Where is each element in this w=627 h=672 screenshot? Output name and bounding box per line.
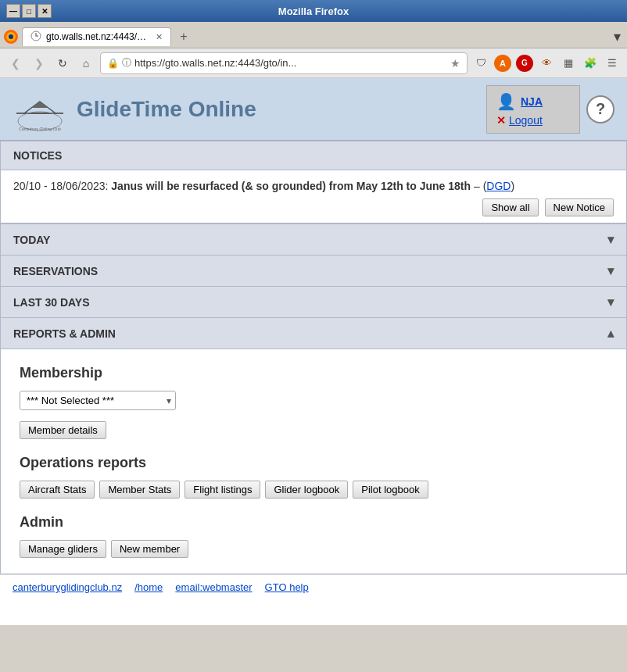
today-section-header[interactable]: TODAY ▾: [0, 223, 627, 256]
reservations-chevron-icon: ▾: [607, 263, 614, 278]
footer-link-email[interactable]: email:webmaster: [175, 581, 252, 593]
url-display[interactable]: https://gto.walls.net.nz:4443/gto/in...: [134, 57, 447, 69]
operations-area: Operations reports Aircraft Stats Member…: [20, 455, 607, 499]
last30-label: LAST 30 DAYS: [13, 296, 90, 309]
header-right: 👤 NJA ✕ Logout ?: [486, 85, 614, 134]
manage-gliders-button[interactable]: Manage gliders: [20, 540, 106, 558]
show-all-button[interactable]: Show all: [482, 198, 538, 216]
last30-chevron-icon: ▾: [607, 295, 614, 309]
logout-row: ✕ Logout: [496, 114, 543, 127]
shield-icon: 🛡: [472, 55, 489, 72]
tab-right-area: ▾: [611, 28, 624, 45]
back-button[interactable]: ❮: [6, 54, 25, 73]
forward-button[interactable]: ❯: [30, 54, 48, 73]
notice-body: Janus will be resurfaced (& so grounded)…: [111, 180, 514, 192]
user-card: 👤 NJA ✕ Logout: [486, 85, 580, 134]
container-icon[interactable]: ▦: [560, 55, 577, 72]
svg-point-2: [9, 34, 13, 39]
notices-label: NOTICES: [13, 149, 62, 162]
notices-content: 20/10 - 18/06/2023: Janus will be resurf…: [0, 170, 627, 223]
admin-buttons: Manage gliders New member: [20, 540, 607, 558]
bookmark-icon[interactable]: ★: [450, 57, 460, 70]
window-title: Mozilla Firefox: [53, 5, 574, 17]
window-minimize-button[interactable]: —: [6, 4, 20, 18]
main-area: NOTICES 20/10 - 18/06/2023: Janus will b…: [0, 141, 627, 599]
site-title: GlideTime Online: [77, 97, 256, 122]
reports-admin-section-header[interactable]: REPORTS & ADMIN ▴: [0, 318, 627, 349]
browser-tab[interactable]: gto.walls.net.nz:4443/gt... ✕: [22, 27, 171, 46]
notice-link[interactable]: DGD: [486, 180, 511, 192]
notices-section-header[interactable]: NOTICES: [0, 141, 627, 170]
reports-admin-label: REPORTS & ADMIN: [13, 327, 116, 340]
notice-date: 20/10 - 18/06/2023:: [13, 180, 108, 192]
extensions-icon[interactable]: 🧩: [582, 55, 599, 72]
club-logo: Canterbury Gliding Club: [13, 86, 67, 133]
member-stats-button[interactable]: Member Stats: [99, 481, 180, 499]
window-maximize-button[interactable]: □: [22, 4, 36, 18]
addon-icon: G: [516, 55, 533, 72]
today-chevron-icon: ▾: [607, 232, 614, 247]
home-button[interactable]: ⌂: [77, 54, 95, 73]
admin-area: Admin Manage gliders New member: [20, 514, 607, 558]
tab-label: gto.walls.net.nz:4443/gt...: [46, 31, 148, 42]
flight-listings-button[interactable]: Flight listings: [185, 481, 260, 499]
notices-actions: Show all New Notice: [13, 198, 614, 216]
username-link[interactable]: NJA: [521, 95, 543, 108]
logo-area: Canterbury Gliding Club GlideTime Online: [13, 86, 256, 133]
firefox-icon: [3, 29, 19, 45]
tab-close-icon[interactable]: ✕: [156, 32, 163, 42]
site-footer: canterburyglidingclub.nz /home email:web…: [0, 574, 627, 599]
security-icon: 🔒: [107, 58, 119, 69]
svg-text:Canterbury Gliding Club: Canterbury Gliding Club: [19, 127, 61, 131]
menu-button[interactable]: ☰: [604, 55, 621, 72]
footer-link-home[interactable]: /home: [134, 581, 163, 593]
site-info-icon: ⓘ: [122, 56, 131, 70]
new-notice-button[interactable]: New Notice: [545, 198, 614, 216]
nav-bar: ❮ ❯ ↻ ⌂ 🔒 ⓘ https://gto.walls.net.nz:444…: [0, 48, 627, 78]
tabs-menu-button[interactable]: ▾: [611, 28, 624, 45]
admin-title: Admin: [20, 514, 607, 531]
footer-link-gtohelp[interactable]: GTO help: [265, 581, 309, 593]
page-content: Canterbury Gliding Club GlideTime Online…: [0, 78, 627, 625]
avatar-icon[interactable]: A: [494, 55, 511, 72]
member-details-button[interactable]: Member details: [20, 421, 106, 439]
reload-button[interactable]: ↻: [53, 54, 72, 73]
site-header: Canterbury Gliding Club GlideTime Online…: [0, 78, 627, 141]
logout-x-icon: ✕: [496, 114, 506, 127]
last30-section-header[interactable]: LAST 30 DAYS ▾: [0, 287, 627, 318]
aircraft-stats-button[interactable]: Aircraft Stats: [20, 481, 95, 499]
reservations-section-header[interactable]: RESERVATIONS ▾: [0, 256, 627, 287]
operations-buttons: Aircraft Stats Member Stats Flight listi…: [20, 481, 607, 499]
reports-admin-content: Membership *** Not Selected *** ▾ Member…: [0, 349, 627, 574]
reports-admin-chevron-icon: ▴: [607, 326, 614, 341]
nav-icons: 🛡 A G 👁 ▦ 🧩 ☰: [472, 55, 621, 72]
operations-title: Operations reports: [20, 455, 607, 471]
user-row: 👤 NJA: [496, 92, 543, 111]
tab-bar: gto.walls.net.nz:4443/gt... ✕ + ▾: [0, 22, 627, 48]
glider-logbook-button[interactable]: Glider logbook: [265, 481, 348, 499]
notice-text: 20/10 - 18/06/2023: Janus will be resurf…: [13, 180, 614, 192]
tab-icon: [30, 30, 41, 44]
today-label: TODAY: [13, 234, 50, 246]
footer-link-club[interactable]: canterburyglidingclub.nz: [13, 581, 122, 593]
logout-link[interactable]: Logout: [509, 114, 543, 127]
window-close-button[interactable]: ✕: [38, 4, 52, 18]
member-select[interactable]: *** Not Selected ***: [20, 391, 176, 410]
membership-area: Membership *** Not Selected *** ▾ Member…: [20, 365, 607, 439]
address-bar[interactable]: 🔒 ⓘ https://gto.walls.net.nz:4443/gto/in…: [100, 52, 468, 74]
new-member-button[interactable]: New member: [111, 540, 188, 558]
membership-title: Membership: [20, 365, 607, 381]
help-button[interactable]: ?: [586, 95, 614, 123]
privacy-icon: 👁: [538, 55, 555, 72]
reservations-label: RESERVATIONS: [13, 265, 98, 277]
user-icon: 👤: [496, 92, 516, 111]
new-tab-button[interactable]: +: [174, 27, 193, 46]
window-titlebar: — □ ✕ Mozilla Firefox: [0, 0, 627, 22]
pilot-logbook-button[interactable]: Pilot logbook: [353, 481, 428, 499]
member-select-wrapper: *** Not Selected *** ▾: [20, 391, 176, 410]
